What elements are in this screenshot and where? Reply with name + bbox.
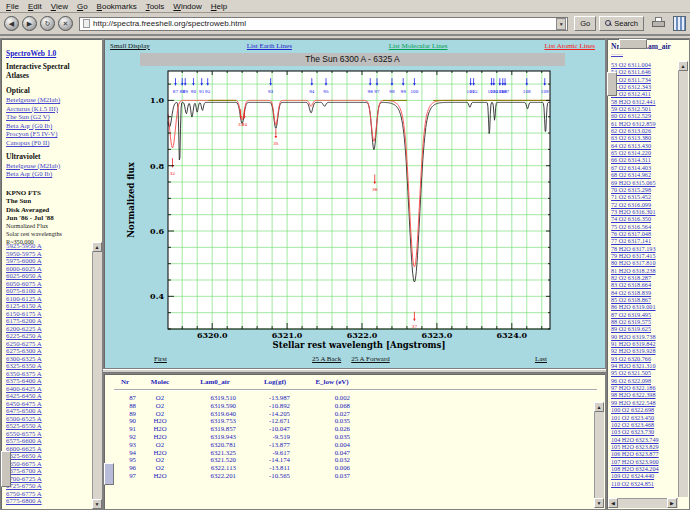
line-link[interactable]: 97 H2O 6322.186 xyxy=(611,384,679,391)
wavelength-range-link[interactable]: 6025-6050 A xyxy=(6,272,90,280)
line-link[interactable]: 57 O2 6312.411 xyxy=(611,90,679,97)
line-link[interactable]: 65 O2 6314.220 xyxy=(611,149,679,156)
line-link[interactable]: 80 H2O 6317.810 xyxy=(611,259,679,266)
url-input[interactable] xyxy=(93,19,556,28)
line-link[interactable]: 107 H2O 6323.900 xyxy=(611,458,679,465)
line-link[interactable]: 69 H2O 6315.065 xyxy=(611,179,679,186)
forward-25a-link[interactable]: 25 A Forward xyxy=(351,355,390,363)
wavelength-range-link[interactable]: 5925-5950 A xyxy=(6,242,90,250)
wavelength-range-link[interactable]: 6325-6350 A xyxy=(6,362,90,370)
line-link[interactable]: 103 O2 6323.730 xyxy=(611,428,679,435)
line-link[interactable]: 68 O2 6314.962 xyxy=(611,171,679,178)
table-row[interactable]: 94H2O6321.325-9.6170.047 xyxy=(114,449,605,457)
table-row[interactable]: 90H2O6319.753-12.6710.035 xyxy=(114,417,605,425)
line-list-scroll-up-icon[interactable]: ▲ xyxy=(678,61,688,71)
line-link[interactable]: 77 O2 6317.141 xyxy=(611,237,679,244)
list-earth-lines-link[interactable]: List Earth Lines xyxy=(247,42,292,50)
list-molecular-lines-link[interactable]: List Molecular Lines xyxy=(389,42,448,50)
table-row[interactable]: 88O26319.590-10.8920.068 xyxy=(114,402,605,410)
sidebar-star-link[interactable]: Betelgeuse (M2Iab) xyxy=(6,162,98,171)
menu-view[interactable]: View xyxy=(51,2,68,11)
sidebar-star-link[interactable]: Procyon (F5 IV-V) xyxy=(6,130,98,139)
line-link[interactable]: 74 O2 6316.350 xyxy=(611,215,679,222)
line-list-scroll-thumb[interactable] xyxy=(607,72,617,96)
line-link[interactable]: 109 O2 6324.440 xyxy=(611,472,679,479)
sidebar-star-link[interactable]: The Sun (G2 V) xyxy=(6,113,98,122)
stop-button[interactable]: ✕ xyxy=(58,16,73,31)
line-link[interactable]: 75 O2 6316.564 xyxy=(611,223,679,230)
print-icon[interactable] xyxy=(651,17,667,30)
wavelength-range-link[interactable]: 6625-6650 A xyxy=(6,452,90,460)
line-list-scroll-left-icon[interactable]: ◀ xyxy=(608,498,618,508)
line-link[interactable]: 101 O2 6323.450 xyxy=(611,414,679,421)
wavelength-range-link[interactable]: 6700-6725 A xyxy=(6,475,90,483)
menu-tools[interactable]: Tools xyxy=(146,2,165,11)
table-row[interactable]: 96O26322.113-13.8110.006 xyxy=(114,464,605,472)
wavelength-range-link[interactable]: 6675-6700 A xyxy=(6,467,90,475)
line-link[interactable]: 70 O2 6315.298 xyxy=(611,186,679,193)
menu-file[interactable]: File xyxy=(6,2,19,11)
spectroweb-home-link[interactable]: SpectroWeb 1.0 xyxy=(6,49,56,58)
go-button[interactable]: Go xyxy=(574,16,596,31)
first-link[interactable]: First xyxy=(154,355,167,363)
line-link[interactable]: 110 O2 6324.851 xyxy=(611,480,679,487)
line-link[interactable]: 105 H2O 6323.829 xyxy=(611,443,679,450)
wavelength-range-link[interactable]: 5975-6000 A xyxy=(6,257,90,265)
wavelength-range-link[interactable]: 6225-6250 A xyxy=(6,332,90,340)
menu-go[interactable]: Go xyxy=(77,2,88,11)
menu-help[interactable]: Help xyxy=(211,2,227,11)
wavelength-range-link[interactable]: 6475-6500 A xyxy=(6,407,90,415)
wavelength-range-link[interactable]: 6300-6325 A xyxy=(6,355,90,363)
line-link[interactable]: 60 O2 6312.529 xyxy=(611,112,679,119)
wavelength-range-link[interactable]: 6525-6550 A xyxy=(6,422,90,430)
line-link[interactable]: 61 H2O 6312.859 xyxy=(611,120,679,127)
line-link[interactable]: 81 H2O 6318.238 xyxy=(611,267,679,274)
line-link[interactable]: 66 O2 6314.311 xyxy=(611,156,679,163)
line-link[interactable]: 98 H2O 6322.398 xyxy=(611,391,679,398)
wavelength-range-link[interactable]: 6725-6750 A xyxy=(6,482,90,490)
line-link[interactable]: 100 O2 6322.698 xyxy=(611,406,679,413)
table-row[interactable]: 91H2O6319.857-10.0470.026 xyxy=(114,425,605,433)
line-link[interactable]: 73 H2O 6316.301 xyxy=(611,208,679,215)
line-link[interactable]: 104 H2O 6323.749 xyxy=(611,436,679,443)
wavelength-range-link[interactable]: 6350-6375 A xyxy=(6,370,90,378)
wavelength-range-link[interactable]: 6575-6600 A xyxy=(6,437,90,445)
line-link[interactable]: 94 H2O 6321.310 xyxy=(611,362,679,369)
wavelength-range-link[interactable]: 6125-6150 A xyxy=(6,302,90,310)
wavelength-range-link[interactable]: 5950-5975 A xyxy=(6,250,90,258)
sidebar-star-link[interactable]: Canopus (F0 II) xyxy=(6,139,98,148)
sidebar-star-link[interactable]: Beta Aqr (G0 Ib) xyxy=(6,122,98,131)
table-row[interactable]: 95O26321.520-14.1740.032 xyxy=(114,456,605,464)
wavelength-range-link[interactable]: 6750-6775 A xyxy=(6,490,90,498)
line-link[interactable]: 88 O2 6319.575 xyxy=(611,318,679,325)
line-link[interactable]: 79 H2O 6317.415 xyxy=(611,252,679,259)
wavelength-range-link[interactable]: 6425-6450 A xyxy=(6,392,90,400)
line-link[interactable]: 92 H2O 6319.928 xyxy=(611,347,679,354)
line-link[interactable]: 99 H2O 6322.548 xyxy=(611,399,679,406)
line-link[interactable]: 90 H2O 6319.738 xyxy=(611,333,679,340)
line-link[interactable]: 58 H2O 6312.441 xyxy=(611,98,679,105)
table-row[interactable]: 89O26319.640-14.2050.027 xyxy=(114,410,605,418)
line-link[interactable]: 91 H2O 6319.842 xyxy=(611,340,679,347)
line-link[interactable]: 64 O2 6313.430 xyxy=(611,142,679,149)
wavelength-range-link[interactable]: 6250-6275 A xyxy=(6,340,90,348)
wavelength-range-link[interactable]: 6100-6125 A xyxy=(6,295,90,303)
line-link[interactable]: 93 O2 6320.766 xyxy=(611,355,679,362)
line-link[interactable]: 56 O2 6312.343 xyxy=(611,83,679,90)
wavelength-range-link[interactable]: 6275-6300 A xyxy=(6,347,90,355)
line-link[interactable]: 54 O2 6311.646 xyxy=(611,68,679,75)
line-link[interactable]: 62 O2 6313.026 xyxy=(611,127,679,134)
wavelength-range-link[interactable]: 6000-6025 A xyxy=(6,265,90,273)
line-link[interactable]: 102 O2 6323.468 xyxy=(611,421,679,428)
table-scroll-down-icon[interactable]: ▼ xyxy=(594,498,604,508)
table-row[interactable]: 97H2O6322.201-10.5650.037 xyxy=(114,472,605,480)
reload-button[interactable]: ↻ xyxy=(40,16,55,31)
line-link[interactable]: 85 O2 6318.867 xyxy=(611,296,679,303)
menu-window[interactable]: Window xyxy=(173,2,201,11)
line-link[interactable]: 95 O2 6321.505 xyxy=(611,369,679,376)
table-row[interactable]: 93O26320.781-13.8770.004 xyxy=(114,441,605,449)
url-bar[interactable]: ▼ xyxy=(79,17,568,31)
line-link[interactable]: 67 O2 6314.403 xyxy=(611,164,679,171)
line-list-scroll-right-icon[interactable]: ▶ xyxy=(667,498,677,508)
line-link[interactable]: 63 O2 6313.380 xyxy=(611,134,679,141)
